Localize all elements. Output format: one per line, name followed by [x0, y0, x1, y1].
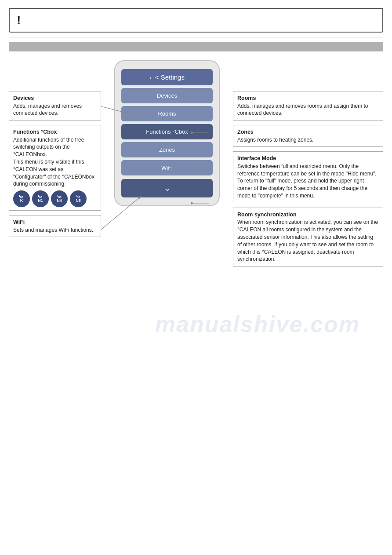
phone-back-button[interactable]: ‹ < Settings — [121, 69, 213, 85]
interface-mode-desc: Switches between full and restricted men… — [237, 163, 379, 200]
phone-frame: ‹ < Settings Devices Rooms Functions °Cb… — [114, 60, 220, 206]
room-sync-annotation: Room synchronization When room synchroni… — [233, 208, 383, 267]
interface-mode-annotation: Interface Mode Switches between full and… — [233, 151, 383, 203]
device-icon-k: I06. K — [13, 190, 30, 207]
phone-devices-button[interactable]: Devices — [121, 88, 213, 103]
device-icon-n8: I06. N8 — [70, 190, 87, 207]
alert-icon: ! — [17, 14, 21, 26]
alert-box: ! — [9, 8, 383, 33]
wifi-desc: Sets and manages WiFi functions. — [13, 226, 97, 234]
zones-title: Zones — [237, 128, 379, 136]
main-content: Devices Adds, manages and removes connec… — [9, 56, 383, 364]
zones-annotation: Zones Assigns rooms to heating zones. — [233, 125, 383, 147]
phone-functions-button[interactable]: Functions °Cbox — [121, 124, 213, 139]
settings-label: < Settings — [155, 73, 185, 81]
phone-rooms-button[interactable]: Rooms — [121, 106, 213, 121]
room-sync-desc: When room synchronization is activated, … — [237, 219, 379, 263]
back-chevron-icon: ‹ — [149, 74, 152, 81]
zones-desc: Assigns rooms to heating zones. — [237, 136, 379, 144]
devices-title: Devices — [13, 95, 97, 102]
phone-mockup: ‹ < Settings Devices Rooms Functions °Cb… — [114, 60, 220, 364]
room-sync-title: Room synchronization — [237, 211, 379, 219]
wifi-title: WiFi — [13, 219, 97, 226]
right-annotations: Rooms Adds, manages and removes rooms an… — [229, 56, 383, 364]
interface-mode-title: Interface Mode — [237, 155, 379, 163]
rooms-title: Rooms — [237, 95, 379, 102]
rooms-desc: Adds, manages and removes rooms and assi… — [237, 102, 379, 117]
phone-more-button[interactable]: ⌄ — [121, 179, 213, 197]
functions-annotation: Functions °Cbox Additional functions of … — [9, 125, 101, 211]
device-icon-n1: I06. N1 — [32, 190, 49, 207]
phone-wifi-button[interactable]: WiFi — [121, 160, 213, 175]
functions-desc: Additional functions of the free switchi… — [13, 136, 97, 188]
rooms-annotation: Rooms Adds, manages and removes rooms an… — [233, 91, 383, 120]
left-annotations: Devices Adds, manages and removes connec… — [9, 56, 101, 364]
device-icons-row: I06. K I06. N1 I06 N4 I06. N8 — [13, 190, 97, 207]
device-icon-n4: I06 N4 — [51, 190, 68, 207]
phone-zones-button[interactable]: Zones — [121, 142, 213, 157]
section-divider — [9, 37, 383, 37]
wifi-annotation: WiFi Sets and manages WiFi functions. — [9, 215, 101, 237]
functions-title: Functions °Cbox — [13, 128, 97, 136]
devices-desc: Adds, manages and removes connected devi… — [13, 102, 97, 117]
devices-annotation: Devices Adds, manages and removes connec… — [9, 91, 101, 120]
gray-header-bar — [9, 42, 383, 51]
